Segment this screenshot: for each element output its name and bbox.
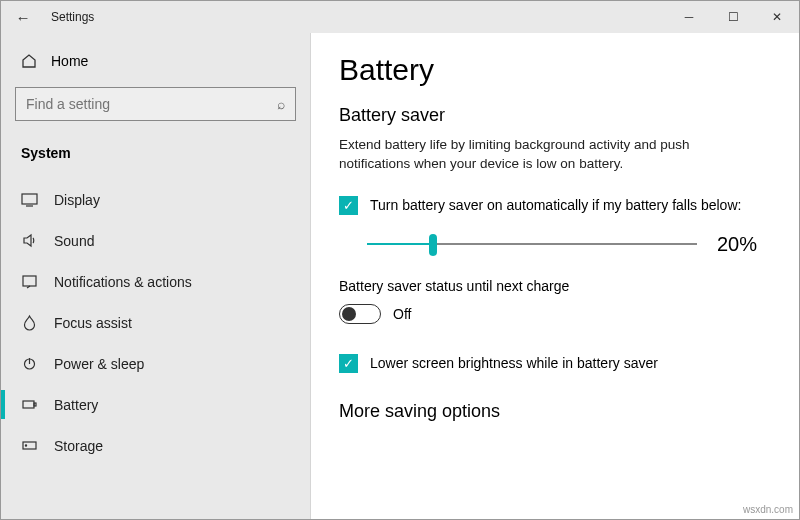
sidebar-item-label: Battery [54,397,98,413]
back-button[interactable]: ← [1,9,45,26]
focus-assist-icon [21,314,38,331]
sidebar-item-power-sleep[interactable]: Power & sleep [15,343,296,384]
battery-saver-description: Extend battery life by limiting backgrou… [339,136,759,174]
minimize-button[interactable]: ─ [667,1,711,33]
sidebar-item-label: Power & sleep [54,356,144,372]
svg-rect-4 [34,403,36,406]
sidebar-item-label: Display [54,192,100,208]
sidebar-item-label: Storage [54,438,103,454]
maximize-button[interactable]: ☐ [711,1,755,33]
svg-point-6 [25,445,26,446]
brightness-label: Lower screen brightness while in battery… [370,355,658,371]
search-input[interactable] [26,96,277,112]
threshold-slider-row: 20% [367,233,771,256]
threshold-slider[interactable] [367,234,697,254]
brightness-checkbox[interactable]: ✓ [339,354,358,373]
sound-icon [21,232,38,249]
page-title: Battery [339,53,771,87]
sidebar-item-display[interactable]: Display [15,179,296,220]
display-icon [21,191,38,208]
notifications-icon [21,273,38,290]
toggle-knob [342,307,356,321]
sidebar-item-focus-assist[interactable]: Focus assist [15,302,296,343]
slider-thumb[interactable] [429,234,437,256]
sidebar-item-sound[interactable]: Sound [15,220,296,261]
status-until-charge-label: Battery saver status until next charge [339,278,771,294]
status-toggle-row: Off [339,304,771,324]
brightness-row: ✓ Lower screen brightness while in batte… [339,354,771,373]
battery-icon [21,396,38,413]
sidebar-home[interactable]: Home [15,43,296,79]
content-pane: Battery Battery saver Extend battery lif… [311,33,799,520]
svg-rect-1 [23,276,36,286]
svg-rect-0 [22,194,37,204]
sidebar-item-label: Sound [54,233,94,249]
auto-saver-checkbox[interactable]: ✓ [339,196,358,215]
slider-track-fill [367,243,433,245]
sidebar-item-label: Focus assist [54,315,132,331]
watermark: wsxdn.com [743,504,793,515]
threshold-percent-label: 20% [717,233,757,256]
sidebar-item-notifications[interactable]: Notifications & actions [15,261,296,302]
status-toggle[interactable] [339,304,381,324]
sidebar-home-label: Home [51,53,88,69]
section-title-more-saving: More saving options [339,401,771,422]
sidebar-item-label: Notifications & actions [54,274,192,290]
sidebar-item-battery[interactable]: Battery [15,384,296,425]
svg-rect-3 [23,401,34,408]
power-icon [21,355,38,372]
search-box[interactable]: ⌕ [15,87,296,121]
section-title-battery-saver: Battery saver [339,105,771,126]
status-toggle-state: Off [393,306,411,322]
window-controls: ─ ☐ ✕ [667,1,799,33]
home-icon [21,53,37,69]
sidebar-group-system: System [15,139,296,179]
auto-saver-row: ✓ Turn battery saver on automatically if… [339,196,771,215]
sidebar-item-storage[interactable]: Storage [15,425,296,466]
auto-saver-label: Turn battery saver on automatically if m… [370,197,741,213]
storage-icon [21,437,38,454]
close-button[interactable]: ✕ [755,1,799,33]
search-icon: ⌕ [277,96,285,112]
sidebar: Home ⌕ System Display Sound Notification… [1,33,311,520]
window-title: Settings [45,10,94,24]
